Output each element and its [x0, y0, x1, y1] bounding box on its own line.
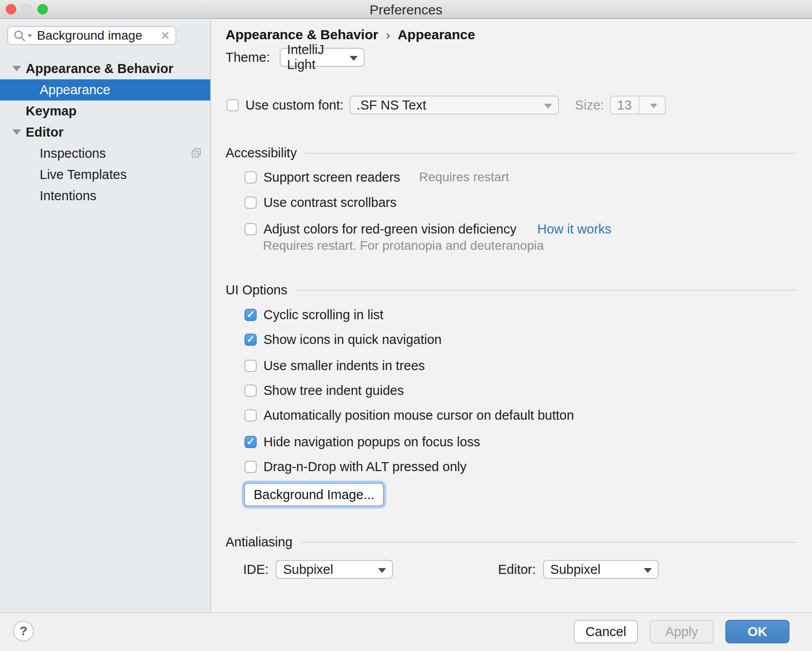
tree-item-inspections[interactable]: Inspections — [0, 143, 210, 164]
apply-button[interactable]: Apply — [650, 620, 714, 643]
duplicate-settings-icon — [191, 148, 202, 159]
chevron-down-icon — [544, 104, 552, 109]
cyclic-scrolling-row: Cyclic scrolling in list — [245, 307, 383, 322]
chevron-down-icon — [644, 568, 652, 573]
auto-position-cursor-row: Automatically position mouse cursor on d… — [245, 408, 574, 423]
search-icon — [14, 30, 25, 41]
drag-n-drop-alt-row: Drag-n-Drop with ALT pressed only — [245, 459, 466, 474]
collapse-arrow-icon[interactable] — [12, 66, 21, 71]
adjust-colors-row: Adjust colors for red-green vision defic… — [245, 221, 611, 237]
show-icons-quick-nav-checkbox[interactable] — [245, 334, 257, 346]
support-screen-readers-row: Support screen readers Requires restart — [245, 170, 509, 185]
font-size-combobox[interactable]: 13 — [610, 96, 666, 115]
hide-nav-popups-checkbox[interactable] — [245, 436, 257, 448]
font-size-label: Size: — [575, 98, 604, 113]
hide-nav-popups-row: Hide navigation popups on focus loss — [245, 434, 480, 449]
show-icons-quick-nav-row: Show icons in quick navigation — [245, 332, 442, 347]
accessibility-section-header: Accessibility — [226, 146, 798, 160]
ide-antialiasing-row: IDE: Subpixel — [243, 560, 393, 579]
section-divider — [300, 542, 798, 543]
breadcrumb-separator-icon: › — [386, 28, 390, 42]
drag-n-drop-alt-checkbox[interactable] — [245, 461, 257, 473]
use-custom-font-checkbox[interactable] — [226, 99, 239, 111]
editor-antialiasing-label: Editor: — [498, 562, 536, 577]
breadcrumb: Appearance & Behavior › Appearance — [226, 27, 475, 42]
preferences-window: Preferences ✕ Appearance & Behavior Appe… — [0, 0, 812, 651]
antialiasing-section-header: Antialiasing — [226, 535, 798, 550]
help-button[interactable]: ? — [13, 621, 34, 642]
cancel-button[interactable]: Cancel — [574, 620, 638, 643]
use-contrast-scrollbars-checkbox[interactable] — [245, 197, 257, 209]
collapse-arrow-icon[interactable] — [12, 129, 21, 135]
theme-select[interactable]: IntelliJ Light — [280, 48, 364, 67]
tree-item-live-templates[interactable]: Live Templates — [0, 164, 210, 185]
how-it-works-link[interactable]: How it works — [537, 222, 611, 237]
breadcrumb-current: Appearance — [397, 27, 475, 42]
tree-item-appearance-behavior[interactable]: Appearance & Behavior — [0, 58, 210, 79]
tree-item-editor[interactable]: Editor — [0, 122, 210, 143]
section-divider — [295, 290, 798, 291]
settings-search-field[interactable]: ✕ — [7, 26, 176, 45]
tree-item-intentions[interactable]: Intentions — [0, 185, 210, 206]
use-custom-font-label: Use custom font: — [245, 98, 344, 113]
breadcrumb-parent[interactable]: Appearance & Behavior — [226, 27, 378, 42]
ide-antialiasing-label: IDE: — [243, 562, 268, 577]
cyclic-scrolling-checkbox[interactable] — [245, 309, 257, 321]
search-input[interactable] — [37, 28, 157, 43]
auto-position-cursor-checkbox[interactable] — [245, 409, 257, 422]
background-image-button[interactable]: Background Image... — [244, 483, 384, 506]
ide-antialiasing-select[interactable]: Subpixel — [276, 560, 393, 579]
requires-restart-note: Requires restart — [419, 170, 509, 184]
settings-sidebar: ✕ Appearance & Behavior Appearance Keyma… — [0, 20, 211, 612]
window-title: Preferences — [0, 2, 812, 18]
smaller-indents-row: Use smaller indents in trees — [245, 358, 425, 373]
ui-options-section-header: UI Options — [226, 283, 798, 298]
ok-button[interactable]: OK — [725, 620, 789, 643]
adjust-colors-checkbox[interactable] — [245, 223, 257, 235]
custom-font-row: Use custom font: .SF NS Text Size: 13 — [226, 96, 666, 115]
editor-antialiasing-select[interactable]: Subpixel — [543, 560, 659, 579]
tree-item-appearance[interactable]: Appearance — [0, 79, 210, 101]
theme-label: Theme: — [226, 50, 270, 65]
tree-indent-guides-row: Show tree indent guides — [245, 383, 404, 398]
tree-item-keymap[interactable]: Keymap — [0, 101, 210, 122]
section-divider — [305, 153, 798, 154]
contrast-scrollbars-row: Use contrast scrollbars — [245, 195, 397, 210]
adjust-colors-subnote: Requires restart. For protanopia and deu… — [263, 238, 544, 253]
editor-antialiasing-row: Editor: Subpixel — [498, 560, 659, 579]
settings-tree: Appearance & Behavior Appearance Keymap … — [0, 58, 210, 206]
dialog-footer: ? Cancel Apply OK — [0, 612, 812, 651]
chevron-down-icon — [378, 568, 386, 573]
tree-indent-guides-checkbox[interactable] — [245, 385, 257, 397]
title-bar: Preferences — [0, 0, 812, 19]
clear-search-icon[interactable]: ✕ — [160, 29, 170, 43]
search-options-arrow-icon[interactable] — [27, 34, 32, 37]
theme-row: Theme: IntelliJ Light — [226, 48, 364, 67]
support-screen-readers-checkbox[interactable] — [245, 171, 257, 183]
chevron-down-icon — [350, 56, 358, 61]
smaller-indents-checkbox[interactable] — [245, 360, 257, 372]
chevron-down-icon — [650, 104, 657, 108]
font-family-select[interactable]: .SF NS Text — [350, 96, 559, 115]
